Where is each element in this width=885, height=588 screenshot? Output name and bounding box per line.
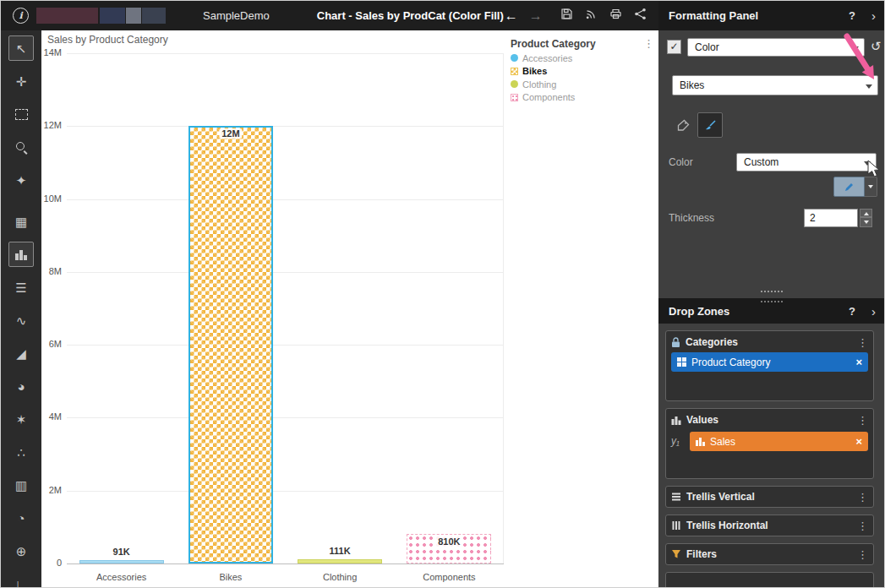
pill-label: Sales	[710, 436, 735, 448]
categories-title: Categories	[686, 336, 738, 348]
app-window: i SampleDemo Chart - Sales by ProdCat (C…	[0, 0, 885, 588]
spinner-up-icon[interactable]	[860, 209, 872, 217]
broadcast-icon	[585, 8, 598, 20]
remove-pill-icon[interactable]: ×	[855, 435, 862, 448]
color-edit-button[interactable]	[833, 177, 865, 197]
marquee-select-tool-icon[interactable]	[8, 101, 34, 127]
series-select-value: Bikes	[680, 79, 704, 91]
kebab-menu-icon[interactable]: ⋮	[857, 415, 868, 426]
collapse-panel-icon[interactable]: ›	[871, 8, 876, 23]
drop-zone-trellis-horizontal[interactable]: Trellis Horizontal ⋮	[665, 514, 874, 536]
plot-area[interactable]: 91KAccessories12MBikes111KClothing810KCo…	[67, 53, 504, 564]
forward-button[interactable]: →	[528, 8, 544, 24]
bar-chart-icon[interactable]	[8, 242, 34, 267]
bar-value-label: 810K	[435, 536, 462, 547]
zoom-select-tool-icon[interactable]	[8, 134, 34, 160]
kebab-menu-icon[interactable]: ⋮	[857, 492, 868, 503]
panel-splitter-handle[interactable]	[761, 301, 783, 302]
pill-product-category[interactable]: Product Category ×	[671, 352, 868, 372]
drop-zone-filters[interactable]: Filters ⋮	[665, 543, 874, 565]
tab-fill-style[interactable]	[670, 112, 696, 138]
row-chart-icon[interactable]: ☰	[8, 275, 34, 300]
reset-icon[interactable]: ↺	[871, 39, 882, 54]
color-style-value: Custom	[744, 156, 778, 168]
back-button[interactable]: ←	[504, 8, 519, 24]
drop-zone-categories[interactable]: Categories ⋮ Product Category ×	[665, 330, 874, 401]
bar-clothing[interactable]	[298, 559, 382, 564]
legend-menu-icon[interactable]: ⋮	[643, 37, 656, 50]
drop-zones-title: Drop Zones	[669, 305, 729, 318]
help-icon[interactable]: ?	[849, 9, 855, 22]
series-select[interactable]: Bikes	[672, 75, 878, 95]
broadcast-button[interactable]	[584, 8, 599, 24]
area-chart-icon[interactable]: ◢	[8, 340, 34, 366]
print-button[interactable]	[609, 8, 624, 24]
drop-zone-trellis-vertical[interactable]: Trellis Vertical ⋮	[665, 486, 874, 508]
gridline	[67, 491, 504, 492]
titlebar: i SampleDemo Chart - Sales by ProdCat (C…	[1, 1, 658, 30]
pencil-icon	[844, 182, 855, 193]
redacted-block	[36, 8, 98, 24]
trellis-vertical-icon	[671, 492, 681, 502]
formatting-panel-title: Formatting Panel	[669, 9, 758, 22]
save-icon	[560, 8, 573, 20]
info-icon[interactable]: i	[13, 8, 29, 24]
enable-checkbox[interactable]: ✓	[667, 40, 681, 54]
funnel-icon	[671, 549, 681, 559]
color-edit-dropdown[interactable]	[865, 177, 877, 197]
kebab-menu-icon[interactable]: ⋮	[857, 337, 868, 348]
help-icon[interactable]: ?	[849, 305, 855, 318]
share-icon	[634, 8, 647, 20]
kebab-menu-icon[interactable]: ⋮	[857, 520, 868, 531]
y-axis-assignment-label: y₁	[671, 435, 690, 447]
panel-splitter-handle[interactable]	[761, 291, 783, 292]
bar-bikes[interactable]	[188, 126, 273, 564]
spinner-down-icon[interactable]	[860, 217, 872, 227]
remove-pill-icon[interactable]: ×	[855, 356, 862, 368]
legend-item-clothing[interactable]: Clothing	[511, 79, 656, 90]
tag-icon	[677, 119, 690, 132]
plot-right-border	[503, 53, 504, 564]
tab-border-style[interactable]	[697, 112, 723, 138]
legend-item-bikes[interactable]: Bikes	[511, 66, 656, 76]
app-name: SampleDemo	[203, 9, 270, 22]
color-label: Color	[669, 156, 693, 168]
brush-icon	[704, 119, 717, 132]
legend-item-components[interactable]: Components	[511, 92, 656, 102]
thickness-input[interactable]	[804, 209, 858, 227]
gridline	[67, 345, 504, 346]
kebab-menu-icon[interactable]: ⋮	[857, 549, 868, 560]
thickness-spinner[interactable]	[860, 209, 872, 227]
bar-accessories[interactable]	[79, 560, 164, 564]
treemap-icon[interactable]: ▥	[8, 472, 34, 498]
thickness-label: Thickness	[669, 212, 714, 224]
redacted-block	[142, 8, 166, 24]
pill-sales[interactable]: Sales ×	[690, 432, 868, 451]
pill-label: Product Category	[691, 357, 770, 368]
star-plot-icon[interactable]: ✶	[8, 406, 34, 432]
point-select-tool-icon[interactable]: ✦	[8, 167, 34, 193]
radial-chart-icon[interactable]: ◔	[8, 505, 34, 531]
legend-item-accessories[interactable]: Accessories	[511, 53, 656, 63]
save-button[interactable]	[560, 8, 575, 24]
line-chart-icon[interactable]: ∿	[8, 308, 34, 333]
collapse-panel-icon[interactable]: ›	[871, 304, 876, 318]
dropdown-chevron-icon[interactable]	[864, 161, 871, 169]
gridline	[67, 199, 504, 200]
scatter-plot-icon[interactable]: ∴	[8, 439, 34, 465]
drop-zone-section-partial[interactable]	[665, 572, 874, 588]
map-icon[interactable]: ⊕	[8, 538, 34, 564]
property-select[interactable]: Color	[687, 38, 865, 57]
dropdown-chevron-icon[interactable]	[866, 84, 872, 92]
drop-zone-values[interactable]: Values ⋮ y₁ Sales ×	[665, 408, 874, 479]
axes-icon[interactable]: ∟	[8, 571, 34, 588]
redacted-block	[100, 8, 125, 24]
color-style-select[interactable]: Custom	[736, 153, 877, 172]
pointer-tool-icon[interactable]: ↖	[8, 35, 34, 61]
pie-chart-icon[interactable]: ◕	[8, 373, 34, 399]
share-button[interactable]	[633, 8, 648, 24]
pan-tool-icon[interactable]: ✛	[8, 68, 34, 94]
table-icon[interactable]: ▦	[8, 209, 34, 234]
chart-canvas: Sales by Product Category 02M4M6M8M10M12…	[41, 30, 658, 588]
dropdown-chevron-icon[interactable]	[852, 46, 859, 54]
